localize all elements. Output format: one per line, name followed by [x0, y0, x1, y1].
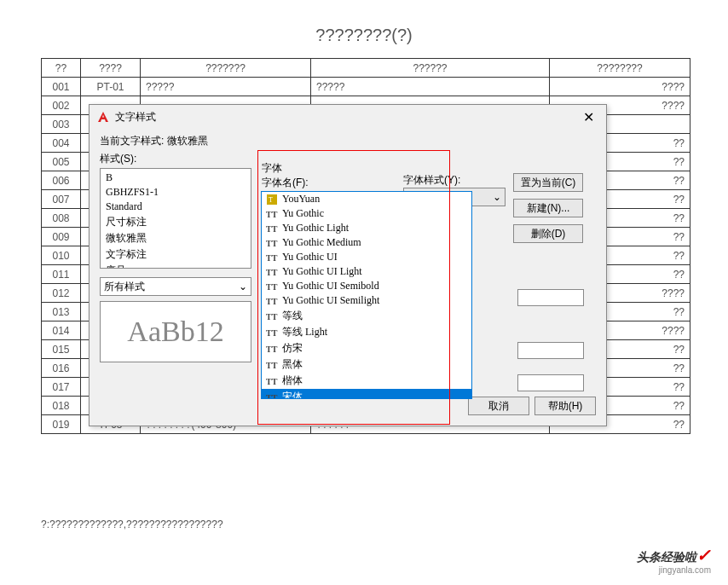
- font-list-item[interactable]: TT等线: [262, 308, 471, 324]
- watermark-sub: jingyanla.com: [659, 565, 711, 575]
- font-type-icon: TT: [265, 359, 279, 371]
- set-current-button[interactable]: 置为当前(C): [513, 173, 583, 192]
- table-cell: 015: [42, 340, 81, 359]
- font-type-icon: TT: [265, 252, 279, 264]
- table-header: ????????: [550, 59, 690, 78]
- svg-text:TT: TT: [266, 239, 278, 248]
- font-list-item[interactable]: TTYu Gothic Light: [262, 221, 471, 235]
- new-button[interactable]: 新建(N)...: [513, 199, 583, 217]
- checkmark-icon: ✓: [696, 545, 711, 565]
- table-cell: 012: [42, 284, 81, 303]
- table-cell: 001: [42, 78, 81, 96]
- cancel-button[interactable]: 取消: [468, 397, 529, 415]
- table-cell: 006: [42, 171, 81, 190]
- table-cell: 003: [42, 115, 81, 134]
- delete-button[interactable]: 删除(D): [513, 224, 583, 243]
- font-item-label: Yu Gothic UI Semibold: [282, 280, 379, 292]
- watermark: 头条 经验啦 ✓ jingyanla.com: [637, 545, 711, 575]
- font-type-icon: TT: [265, 310, 279, 322]
- style-item[interactable]: 文字标注: [102, 246, 249, 263]
- font-list-item[interactable]: TTYu Gothic UI Semibold: [262, 279, 471, 293]
- table-header: ??????: [311, 59, 550, 78]
- table-cell: 016: [42, 359, 81, 378]
- hidden-input-1[interactable]: [517, 289, 584, 306]
- style-item[interactable]: B: [102, 171, 249, 185]
- font-item-label: Yu Gothic Medium: [282, 236, 361, 249]
- font-type-icon: TT: [265, 281, 279, 292]
- font-list-item[interactable]: TT宋体: [262, 389, 471, 399]
- font-list-item[interactable]: TTYu Gothic: [262, 206, 471, 221]
- style-item[interactable]: 微软雅黑: [102, 230, 249, 246]
- dialog-titlebar[interactable]: 文字样式 ✕: [90, 105, 606, 129]
- styles-filter-dropdown[interactable]: 所有样式 ⌄: [100, 277, 251, 296]
- table-cell: ?????: [141, 78, 311, 96]
- page-title: ????????(?): [0, 0, 728, 62]
- hidden-input-3[interactable]: [517, 374, 584, 391]
- font-list-item[interactable]: TTYu Gothic UI Semilight: [262, 293, 471, 308]
- font-list-item[interactable]: TT仿宋: [262, 340, 471, 356]
- svg-text:TT: TT: [266, 210, 278, 219]
- svg-text:TT: TT: [266, 224, 278, 234]
- table-cell: 005: [42, 153, 81, 171]
- svg-text:TT: TT: [266, 328, 278, 338]
- help-button[interactable]: 帮助(H): [534, 397, 596, 415]
- font-type-icon: TT: [265, 223, 279, 235]
- font-item-label: Yu Gothic UI Semilight: [282, 294, 379, 307]
- font-item-label: YouYuan: [282, 193, 320, 206]
- table-cell: 017: [42, 378, 81, 397]
- font-type-icon: TT: [265, 343, 279, 355]
- font-style-label: 字体样式(Y):: [403, 173, 506, 188]
- svg-text:TT: TT: [266, 312, 278, 321]
- table-cell: 013: [42, 303, 81, 321]
- font-list-dropdown[interactable]: TYouYuanTTYu GothicTTYu Gothic LightTTYu…: [261, 191, 472, 399]
- table-cell: 011: [42, 265, 81, 284]
- footnote: ?:?????????????,?????????????????: [41, 518, 223, 530]
- font-item-label: 宋体: [282, 390, 303, 399]
- current-style-label: 当前文字样式: 微软雅黑: [100, 134, 596, 148]
- svg-text:TT: TT: [266, 268, 278, 277]
- watermark-text-2: 经验啦: [661, 550, 696, 565]
- font-list-item[interactable]: TTYu Gothic UI: [262, 250, 471, 264]
- svg-text:TT: TT: [266, 282, 278, 292]
- autocad-icon: [96, 110, 110, 124]
- hidden-input-2[interactable]: [517, 342, 584, 359]
- font-item-label: 仿宋: [282, 341, 303, 356]
- font-item-label: 等线 Light: [282, 325, 327, 339]
- font-list-item[interactable]: TT楷体: [262, 373, 471, 389]
- table-cell: ????: [550, 78, 690, 96]
- preview-box: AaBb12: [100, 301, 251, 362]
- styles-listbox[interactable]: BGBHZFS1-1Standard尺寸标注微软雅黑文字标注序号: [100, 168, 251, 269]
- table-cell: 019: [42, 415, 81, 434]
- font-list-item[interactable]: TT黑体: [262, 356, 471, 373]
- font-type-icon: TT: [265, 266, 279, 278]
- table-cell: 008: [42, 209, 81, 228]
- font-type-icon: TT: [265, 391, 279, 400]
- style-item[interactable]: 序号: [102, 263, 249, 269]
- font-type-icon: TT: [265, 327, 279, 339]
- font-list-item[interactable]: TTYu Gothic UI Light: [262, 264, 471, 279]
- close-icon[interactable]: ✕: [570, 105, 606, 129]
- style-item[interactable]: 尺寸标注: [102, 214, 249, 230]
- font-list-item[interactable]: TT等线 Light: [262, 324, 471, 340]
- table-cell: PT-01: [81, 78, 141, 96]
- font-list-item[interactable]: TYouYuan: [262, 192, 471, 206]
- table-cell: 018: [42, 397, 81, 415]
- table-cell: ?????: [311, 78, 550, 96]
- svg-text:TT: TT: [266, 253, 278, 263]
- chevron-down-icon: ⌄: [239, 281, 247, 292]
- font-list-item[interactable]: TTYu Gothic Medium: [262, 235, 471, 250]
- font-item-label: Yu Gothic UI Light: [282, 265, 362, 278]
- watermark-text-1: 头条: [637, 550, 661, 565]
- style-item[interactable]: GBHZFS1-1: [102, 185, 249, 200]
- font-item-label: Yu Gothic Light: [282, 222, 349, 235]
- table-cell: 014: [42, 321, 81, 340]
- style-item[interactable]: Standard: [102, 200, 249, 214]
- svg-text:TT: TT: [266, 393, 278, 400]
- table-cell: 002: [42, 96, 81, 115]
- svg-text:TT: TT: [266, 297, 278, 306]
- svg-text:TT: TT: [266, 361, 278, 370]
- font-type-icon: TT: [265, 375, 279, 387]
- font-item-label: 黑体: [282, 357, 303, 372]
- font-section-label: 字体: [262, 161, 388, 176]
- svg-text:TT: TT: [266, 345, 278, 354]
